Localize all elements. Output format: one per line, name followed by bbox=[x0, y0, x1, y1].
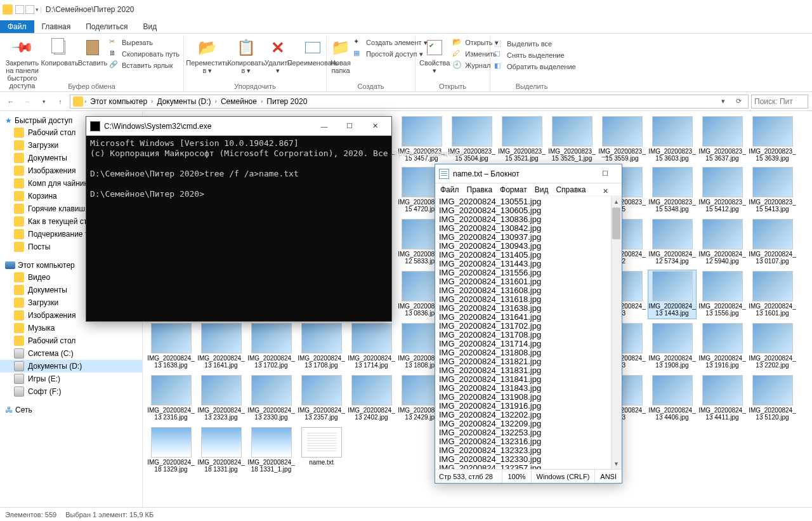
refresh-icon[interactable]: ⟳ bbox=[731, 95, 745, 109]
tab-file[interactable]: Файл bbox=[0, 20, 34, 33]
delete-button[interactable]: ✕Удалить ▾ bbox=[265, 36, 291, 74]
file-item-image[interactable]: IMG_20200824_13 1443.jpg bbox=[648, 270, 697, 319]
file-item-image[interactable]: IMG_20200824_18 1331_1.jpg bbox=[247, 426, 296, 474]
file-item-image[interactable]: IMG_20200824_13 2402.jpg bbox=[347, 374, 396, 423]
up-button[interactable]: ↑ bbox=[53, 95, 67, 109]
paste-shortcut-button[interactable]: 🔗Вставить ярлык bbox=[109, 60, 180, 70]
crumb-folder1[interactable]: Семейное bbox=[218, 97, 259, 106]
file-item-txt[interactable]: name.txt bbox=[297, 426, 346, 474]
file-label: IMG_20200824_13 2357.jpg bbox=[297, 407, 346, 421]
recent-button[interactable]: ▾ bbox=[37, 95, 51, 109]
file-item-image[interactable]: IMG_20200823_15 5413.jpg bbox=[748, 166, 797, 215]
menu-view[interactable]: Вид bbox=[535, 185, 549, 194]
nav-pc-item[interactable]: Система (С:) bbox=[0, 347, 142, 360]
forward-button[interactable]: → bbox=[20, 95, 34, 109]
file-item-image[interactable]: IMG_20200824_13 2330.jpg bbox=[247, 374, 296, 423]
file-item-image[interactable]: IMG_20200824_13 2202.jpg bbox=[748, 322, 797, 371]
qat-dropdown-icon[interactable]: ▾ bbox=[36, 6, 39, 13]
folder-icon bbox=[14, 204, 24, 214]
move-to-button[interactable]: 📂Переместить в ▾ bbox=[188, 36, 227, 74]
maximize-button[interactable]: ☐ bbox=[593, 165, 618, 183]
file-item-image[interactable]: IMG_20200824_13 2357.jpg bbox=[297, 374, 346, 423]
scrollbar-down-icon[interactable]: ▼ bbox=[611, 458, 622, 469]
file-item-image[interactable]: IMG_20200823_15 3525_1.jpg bbox=[547, 115, 596, 163]
file-item-image[interactable]: IMG_20200824_13 1601.jpg bbox=[748, 270, 797, 319]
invert-selection-button[interactable]: ◧Обратить выделение bbox=[494, 62, 576, 72]
nav-network[interactable]: 🖧Сеть bbox=[0, 404, 142, 416]
notepad-window[interactable]: name.txt – Блокнот — ☐ ✕ Файл Правка Фор… bbox=[435, 164, 622, 484]
close-button[interactable]: ✕ bbox=[362, 117, 388, 135]
menu-file[interactable]: Файл bbox=[440, 185, 459, 194]
file-item-image[interactable]: IMG_20200824_13 1638.jpg bbox=[147, 322, 195, 371]
file-item-image[interactable]: IMG_20200824_13 1714.jpg bbox=[347, 322, 396, 371]
file-item-image[interactable]: IMG_20200823_15 5348.jpg bbox=[648, 166, 697, 215]
file-item-image[interactable]: IMG_20200824_13 5120.jpg bbox=[748, 374, 797, 423]
new-folder-button[interactable]: 📁Новая папка bbox=[331, 36, 351, 74]
menu-help[interactable]: Справка bbox=[556, 185, 586, 194]
file-thumbnail bbox=[752, 271, 793, 301]
paste-button[interactable]: Вставить bbox=[79, 36, 107, 67]
nav-pc-item[interactable]: Документы (D:) bbox=[0, 360, 142, 373]
file-item-image[interactable]: IMG_20200824_13 1708.jpg bbox=[297, 322, 346, 371]
cmd-window[interactable]: C:\Windows\System32\cmd.exe — ☐ ✕ Micros… bbox=[86, 116, 392, 322]
tab-home[interactable]: Главная bbox=[34, 20, 79, 33]
crumb-pc[interactable]: Этот компьютер bbox=[88, 97, 150, 106]
notepad-body[interactable]: IMG_20200824_130551.jpg IMG_20200824_130… bbox=[435, 196, 622, 469]
qat-slot[interactable] bbox=[15, 5, 24, 14]
tab-view[interactable]: Вид bbox=[135, 20, 164, 33]
addr-dropdown-icon[interactable]: ▾ bbox=[716, 95, 730, 109]
select-all-button[interactable]: ⬚Выделить все bbox=[494, 39, 576, 49]
cut-button[interactable]: ✂Вырезать bbox=[109, 37, 180, 48]
file-item-image[interactable]: IMG_20200823_15 5412.jpg bbox=[698, 166, 747, 215]
file-item-image[interactable]: IMG_20200824_12 5940.jpg bbox=[698, 218, 747, 267]
file-item-image[interactable]: IMG_20200824_13 1702.jpg bbox=[247, 322, 296, 371]
file-item-image[interactable]: IMG_20200824_13 1556.jpg bbox=[698, 270, 747, 319]
search-input[interactable]: Поиск: Пит bbox=[751, 95, 808, 109]
maximize-button[interactable]: ☐ bbox=[337, 117, 362, 135]
minimize-button[interactable]: — bbox=[311, 117, 337, 135]
scrollbar-up-icon[interactable]: ▲ bbox=[611, 196, 622, 207]
scrollbar-vertical[interactable]: ▲ ▼ bbox=[611, 196, 622, 469]
file-item-image[interactable]: IMG_20200824_13 4411.jpg bbox=[698, 374, 747, 423]
file-item-image[interactable]: IMG_20200824_13 4406.jpg bbox=[648, 374, 697, 423]
back-button[interactable]: ← bbox=[4, 95, 18, 109]
file-item-image[interactable]: IMG_20200824_13 2323.jpg bbox=[197, 374, 246, 423]
file-item-image[interactable]: IMG_20200824_13 1908.jpg bbox=[648, 322, 697, 371]
copy-to-button[interactable]: 📋Копировать в ▾ bbox=[230, 36, 263, 74]
qat-slot[interactable] bbox=[25, 5, 34, 14]
copy-button[interactable]: Копировать bbox=[43, 36, 76, 67]
file-item-image[interactable]: IMG_20200823_15 3639.jpg bbox=[748, 115, 797, 163]
breadcrumb[interactable]: › Этот компьютер› Документы (D:)› Семейн… bbox=[70, 95, 749, 109]
cmd-body[interactable]: Microsoft Windows [Version 10.0.19042.86… bbox=[86, 136, 391, 202]
nav-pc-item[interactable]: Игры (Е:) bbox=[0, 373, 142, 385]
file-item-image[interactable]: IMG_20200823_15 3521.jpg bbox=[497, 115, 546, 163]
pin-button[interactable]: 📌 Закрепить на панели быстрого доступа bbox=[4, 36, 41, 89]
file-item-image[interactable]: IMG_20200823_15 3603.jpg bbox=[648, 115, 697, 163]
cmd-title-bar[interactable]: C:\Windows\System32\cmd.exe — ☐ ✕ bbox=[86, 117, 391, 136]
crumb-drive[interactable]: Документы (D:) bbox=[154, 97, 213, 106]
select-none-button[interactable]: ☐Снять выделение bbox=[494, 50, 576, 60]
menu-edit[interactable]: Правка bbox=[467, 185, 493, 194]
menu-format[interactable]: Формат bbox=[500, 185, 527, 194]
history-icon: 🕘 bbox=[452, 60, 462, 70]
file-item-image[interactable]: IMG_20200824_18 1331.jpg bbox=[197, 426, 246, 474]
copy-path-button[interactable]: 🗎Скопировать путь bbox=[109, 49, 180, 59]
notepad-title-bar[interactable]: name.txt – Блокнот — ☐ ✕ bbox=[435, 164, 622, 183]
selectnone-icon: ☐ bbox=[494, 50, 504, 60]
nav-pc-item[interactable]: Музыка bbox=[0, 322, 142, 334]
file-item-image[interactable]: IMG_20200824_13 1641.jpg bbox=[197, 322, 246, 371]
nav-pc-item[interactable]: Софт (F:) bbox=[0, 385, 142, 398]
file-item-image[interactable]: IMG_20200824_13 2316.jpg bbox=[147, 374, 195, 423]
file-item-image[interactable]: IMG_20200824_13 1916.jpg bbox=[698, 322, 747, 371]
file-item-image[interactable]: IMG_20200824_12 5734.jpg bbox=[648, 218, 697, 267]
nav-pc-item[interactable]: Рабочий стол bbox=[0, 334, 142, 347]
file-item-image[interactable]: IMG_20200824_13 0107.jpg bbox=[748, 218, 797, 267]
file-item-image[interactable]: IMG_20200824_18 1329.jpg bbox=[147, 426, 195, 474]
file-label: IMG_20200824_18 1329.jpg bbox=[147, 459, 195, 473]
tab-share[interactable]: Поделиться bbox=[78, 20, 135, 33]
minimize-button[interactable]: — bbox=[593, 147, 618, 165]
scrollbar-thumb[interactable] bbox=[612, 208, 620, 239]
properties-button[interactable]: ✔Свойства ▾ bbox=[419, 36, 450, 74]
file-item-image[interactable]: IMG_20200823_15 3637.jpg bbox=[698, 115, 747, 163]
crumb-folder2[interactable]: Питер 2020 bbox=[264, 97, 310, 106]
